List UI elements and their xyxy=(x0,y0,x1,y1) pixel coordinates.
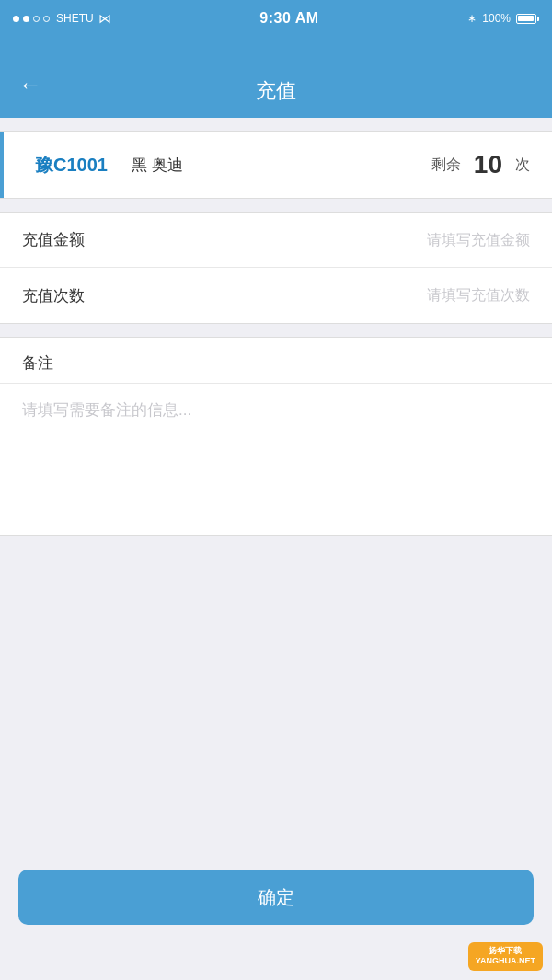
dot4 xyxy=(43,16,50,22)
remain-count: 10 xyxy=(474,150,502,179)
battery-percent: 100% xyxy=(482,12,511,25)
notes-textarea[interactable] xyxy=(0,384,552,531)
battery-icon xyxy=(516,14,539,24)
wifi-icon: ⋈ xyxy=(98,11,111,26)
times-input[interactable] xyxy=(105,287,530,304)
confirm-button-wrap: 确定 xyxy=(18,870,534,925)
times-row: 充值次数 xyxy=(0,268,552,323)
amount-label: 充值金额 xyxy=(22,229,105,250)
bluetooth-icon: ∗ xyxy=(467,12,477,25)
back-button[interactable]: ← xyxy=(18,71,42,99)
watermark: 扬华下载 YANGHUA.NET xyxy=(468,942,543,971)
page-title: 充值 xyxy=(256,77,296,105)
battery-body xyxy=(516,14,536,24)
remain-unit: 次 xyxy=(515,156,530,175)
card-plate: 豫C1001 xyxy=(35,153,108,178)
card-left-border xyxy=(0,132,4,198)
amount-input[interactable] xyxy=(105,232,530,248)
notes-header: 备注 xyxy=(0,338,552,384)
nav-bar: ← 充值 xyxy=(0,37,552,118)
card-section: 豫C1001 黑 奥迪 剩余 10 次 xyxy=(0,131,552,199)
battery-tip xyxy=(537,17,539,21)
times-label: 充值次数 xyxy=(22,285,105,306)
battery-fill xyxy=(518,16,534,21)
card-car: 黑 奥迪 xyxy=(132,155,422,176)
signal-dots xyxy=(13,16,50,22)
dot1 xyxy=(13,16,19,22)
status-bar: SHETU ⋈ 9:30 AM ∗ 100% xyxy=(0,0,552,37)
notes-section: 备注 xyxy=(0,337,552,536)
status-time: 9:30 AM xyxy=(259,10,318,27)
dot2 xyxy=(23,16,29,22)
watermark-line1: 扬华下载 xyxy=(476,946,535,957)
status-left: SHETU ⋈ xyxy=(13,11,111,26)
watermark-line2: YANGHUA.NET xyxy=(476,956,535,967)
content-area: 豫C1001 黑 奥迪 剩余 10 次 充值金额 充值次数 备注 确定 扬华下载… xyxy=(0,118,552,980)
form-section: 充值金额 充值次数 xyxy=(0,212,552,324)
confirm-button[interactable]: 确定 xyxy=(18,870,534,925)
status-right: ∗ 100% xyxy=(467,12,539,25)
amount-row: 充值金额 xyxy=(0,213,552,268)
dot3 xyxy=(33,16,40,22)
carrier-label: SHETU xyxy=(56,12,94,25)
remain-label: 剩余 xyxy=(431,156,461,175)
